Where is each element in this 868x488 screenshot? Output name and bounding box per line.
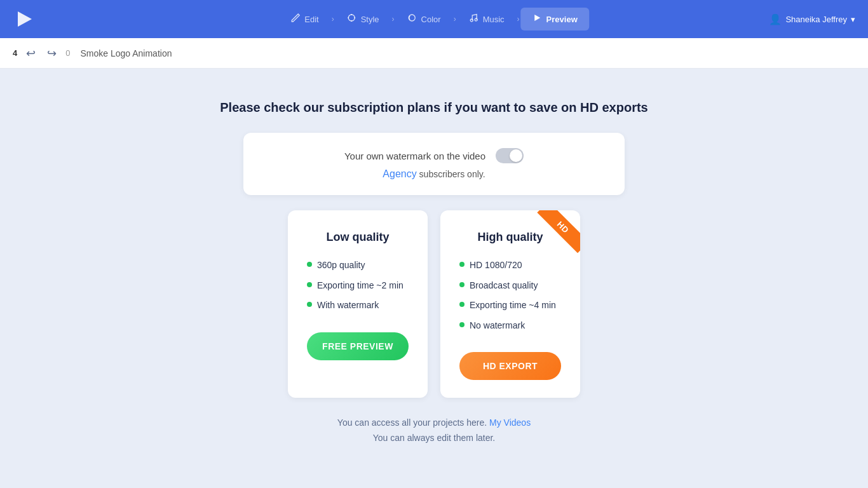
svg-point-1 <box>349 15 355 21</box>
high-quality-features: HD 1080/720 Broadcast quality Exporting … <box>459 259 561 332</box>
hd-badge: HD <box>536 210 580 255</box>
list-item: With watermark <box>307 299 409 312</box>
hd-badge-text: HD <box>537 210 580 253</box>
nav-steps: Edit › Style › Color › Music › <box>279 8 589 30</box>
bullet-dot <box>459 262 465 267</box>
list-item: No watermark <box>459 320 561 332</box>
nav-music-label: Music <box>483 15 505 24</box>
nav-edit-label: Edit <box>304 15 318 24</box>
watermark-label: Your own watermark on the video <box>344 151 485 161</box>
svg-point-6 <box>409 15 416 21</box>
user-menu[interactable]: 👤 Shaneika Jeffrey ▾ <box>769 13 855 25</box>
watermark-card: Your own watermark on the video Agency s… <box>243 133 625 195</box>
music-icon <box>469 13 479 25</box>
nav-color-label: Color <box>421 15 441 24</box>
list-item: Exporting time ~2 min <box>307 280 409 292</box>
bullet-dot <box>459 302 465 307</box>
footer-line-2: You can always edit them later. <box>337 431 531 446</box>
undo-button[interactable]: ↩ <box>24 44 38 63</box>
chevron-1: › <box>332 15 334 24</box>
watermark-toggle[interactable] <box>496 148 524 163</box>
footer-line1-text: You can access all your projects here. <box>337 417 489 428</box>
user-icon: 👤 <box>769 13 782 25</box>
low-quality-features: 360p quality Exporting time ~2 min With … <box>307 259 409 312</box>
free-preview-button[interactable]: FREE PREVIEW <box>307 332 409 360</box>
list-item: Broadcast quality <box>459 280 561 292</box>
low-quality-card: Low quality 360p quality Exporting time … <box>288 210 428 398</box>
feature-text: Exporting time ~2 min <box>317 280 403 292</box>
agency-note: Agency subscribers only. <box>383 168 485 180</box>
footer-line-1: You can access all your projects here. M… <box>337 416 531 431</box>
nav-step-edit[interactable]: Edit <box>279 8 330 30</box>
preview-icon <box>532 13 543 25</box>
feature-text: Exporting time ~4 min <box>470 299 556 312</box>
chevron-2: › <box>392 15 395 24</box>
feature-text: Broadcast quality <box>470 280 538 292</box>
nav-step-music[interactable]: Music <box>458 8 516 30</box>
redo-count: 0 <box>65 48 70 58</box>
svg-point-8 <box>475 18 478 21</box>
user-name: Shaneika Jeffrey <box>785 15 847 24</box>
svg-point-2 <box>351 14 353 15</box>
chevron-3: › <box>454 15 456 24</box>
low-quality-title: Low quality <box>307 231 409 244</box>
list-item: 360p quality <box>307 259 409 272</box>
feature-text: With watermark <box>317 299 379 312</box>
svg-point-5 <box>355 17 356 18</box>
style-icon <box>347 13 357 25</box>
chevron-4: › <box>517 15 520 24</box>
bullet-dot <box>459 282 465 287</box>
logo[interactable] <box>13 8 36 30</box>
main-content: Please check our subscription plans if y… <box>0 69 868 488</box>
bullet-dot <box>307 262 312 267</box>
my-videos-link[interactable]: My Videos <box>489 417 531 428</box>
bullet-dot <box>307 302 312 307</box>
high-quality-card: HD High quality HD 1080/720 Broadcast qu… <box>440 210 580 398</box>
nav-step-preview[interactable]: Preview <box>521 8 589 30</box>
agency-note-text: subscribers only. <box>417 169 485 179</box>
svg-marker-0 <box>18 11 32 27</box>
breadcrumb-bar: 4 ↩ ↪ 0 Smoke Logo Animation <box>0 38 868 69</box>
feature-text: No watermark <box>470 320 525 332</box>
svg-marker-9 <box>535 15 541 21</box>
nav-step-color[interactable]: Color <box>396 8 452 30</box>
header: Edit › Style › Color › Music › <box>0 0 868 38</box>
feature-text: 360p quality <box>317 259 365 272</box>
list-item: Exporting time ~4 min <box>459 299 561 312</box>
edit-icon <box>290 13 301 25</box>
page-title: Please check our subscription plans if y… <box>220 100 648 115</box>
footer-note: You can access all your projects here. M… <box>337 416 531 446</box>
user-dropdown-icon: ▾ <box>851 15 855 24</box>
svg-point-4 <box>348 17 349 18</box>
redo-button[interactable]: ↪ <box>44 44 59 63</box>
quality-cards: Low quality 360p quality Exporting time … <box>288 210 580 398</box>
hd-export-button[interactable]: HD EXPORT <box>459 352 561 380</box>
watermark-row: Your own watermark on the video <box>344 148 524 163</box>
list-item: HD 1080/720 <box>459 259 561 272</box>
bullet-dot <box>459 322 465 327</box>
nav-preview-label: Preview <box>546 15 578 24</box>
color-icon <box>407 13 417 25</box>
nav-style-label: Style <box>361 15 379 24</box>
svg-point-7 <box>471 19 473 22</box>
nav-step-style[interactable]: Style <box>336 8 391 30</box>
agency-link[interactable]: Agency <box>383 168 416 179</box>
undo-count: 4 <box>13 48 17 58</box>
bullet-dot <box>307 282 312 287</box>
feature-text: HD 1080/720 <box>470 259 522 272</box>
project-name: Smoke Logo Animation <box>80 48 172 58</box>
svg-point-3 <box>351 20 353 22</box>
